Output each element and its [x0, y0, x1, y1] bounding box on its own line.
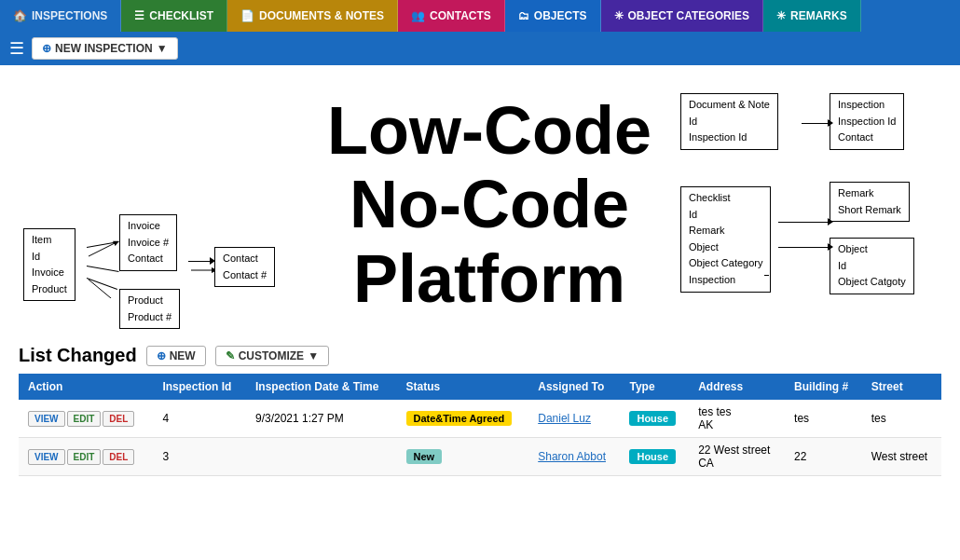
checklist-icon: ☰ [134, 9, 144, 22]
main-content: ItemIdInvoiceProduct InvoiceInvoice #Con… [0, 65, 960, 345]
datetime-cell [246, 438, 397, 476]
object-right-box: ObjectIdObject Catgoty [830, 238, 914, 294]
customize-button[interactable]: ✎ CUSTOMIZE ▼ [215, 346, 329, 366]
del-button[interactable]: DEL [103, 449, 134, 465]
toolbar: ☰ ⊕ NEW INSPECTION ▼ [0, 32, 960, 65]
edit-button[interactable]: EDIT [67, 449, 102, 465]
type-cell: House [620, 438, 689, 476]
contacts-icon: 👥 [411, 9, 425, 22]
inspection-id-cell: 3 [153, 438, 246, 476]
diagram-right: Document & NoteIdInspection Id Inspectio… [680, 84, 941, 307]
status-cell: New [397, 438, 529, 476]
hamburger-icon[interactable]: ☰ [9, 38, 24, 59]
assigned-to-cell: Daniel Luz [528, 400, 620, 438]
documents-icon: 📄 [240, 9, 254, 22]
type-badge: House [629, 449, 676, 464]
action-cell: VIEWEDITDEL [19, 438, 153, 476]
customize-icon: ✎ [226, 349, 235, 362]
address-cell: 22 West streetCA [689, 438, 785, 476]
col-street: Street [862, 374, 941, 400]
type-badge: House [629, 411, 676, 426]
item-box: ItemIdInvoiceProduct [23, 228, 75, 301]
col-date-time: Inspection Date & Time [246, 374, 397, 400]
checklist-right-box: ChecklistIdRemarkObjectObject CategoryIn… [680, 186, 771, 293]
invoice-box: InvoiceInvoice #Contact [119, 214, 177, 271]
new-inspection-button[interactable]: ⊕ NEW INSPECTION ▼ [32, 37, 178, 60]
list-section: List Changed ⊕ NEW ✎ CUSTOMIZE ▼ Action … [0, 345, 960, 495]
col-building: Building # [785, 374, 862, 400]
diagram-left: ItemIdInvoiceProduct InvoiceInvoice #Con… [19, 84, 298, 298]
svg-line-1 [89, 280, 117, 298]
inspections-table: Action Inspection Id Inspection Date & T… [19, 374, 941, 476]
address-cell: tes tesAK [689, 400, 785, 438]
customize-dropdown-icon: ▼ [308, 349, 319, 362]
inspection-right-box: InspectionInspection IdContact [830, 93, 904, 150]
plus-icon: ⊕ [42, 42, 51, 55]
status-badge: Date&Time Agreed [406, 411, 513, 426]
col-inspection-id: Inspection Id [153, 374, 246, 400]
nav-tab-obj-cat[interactable]: ✳ OBJECT CATEGORIES [601, 0, 763, 32]
assigned-to-cell: Sharon Abbot [528, 438, 620, 476]
street-cell: West street [862, 438, 941, 476]
view-button[interactable]: VIEW [28, 449, 65, 465]
inspection-id-cell: 4 [153, 400, 246, 438]
top-navigation: 🏠 INSPECTIONS ☰ CHECKLIST 📄 DOCUMENTS & … [0, 0, 960, 32]
hero-text: Low-Code No-Code Platform [298, 84, 680, 326]
building-cell: 22 [785, 438, 862, 476]
nav-tab-inspections[interactable]: 🏠 INSPECTIONS [0, 0, 121, 32]
product-box: ProductProduct # [119, 289, 180, 329]
nav-tab-objects[interactable]: 🗂 OBJECTS [505, 0, 601, 32]
nav-tab-remarks[interactable]: ✳ REMARKS [763, 0, 861, 32]
action-cell: VIEWEDITDEL [19, 400, 153, 438]
status-badge: New [406, 449, 443, 464]
remark-box: RemarkShort Remark [830, 182, 910, 222]
new-plus-icon: ⊕ [157, 349, 166, 362]
table-row: VIEWEDITDEL3NewSharon AbbotHouse22 West … [19, 438, 941, 476]
dropdown-arrow-icon: ▼ [157, 42, 168, 55]
col-action: Action [19, 374, 153, 400]
nav-tab-checklist[interactable]: ☰ CHECKLIST [121, 0, 227, 32]
col-address: Address [689, 374, 785, 400]
col-assigned-to: Assigned To [528, 374, 620, 400]
col-type: Type [620, 374, 689, 400]
assigned-to-link[interactable]: Daniel Luz [538, 412, 591, 425]
nav-tab-documents[interactable]: 📄 DOCUMENTS & NOTES [227, 0, 398, 32]
col-status: Status [397, 374, 529, 400]
type-cell: House [620, 400, 689, 438]
building-cell: tes [785, 400, 862, 438]
objects-icon: 🗂 [518, 9, 529, 22]
obj-cat-icon: ✳ [614, 9, 624, 22]
assigned-to-link[interactable]: Sharon Abbot [538, 450, 606, 463]
datetime-cell: 9/3/2021 1:27 PM [246, 400, 397, 438]
nav-tab-contacts[interactable]: 👥 CONTACTS [398, 0, 505, 32]
docnote-box: Document & NoteIdInspection Id [680, 93, 778, 150]
remarks-icon: ✳ [776, 9, 786, 22]
inspections-icon: 🏠 [13, 9, 27, 22]
street-cell: tes [862, 400, 941, 438]
table-row: VIEWEDITDEL49/3/2021 1:27 PMDate&Time Ag… [19, 400, 941, 438]
contact-box: ContactContact # [214, 247, 275, 287]
edit-button[interactable]: EDIT [67, 411, 102, 427]
list-title: List Changed [19, 345, 137, 366]
status-cell: Date&Time Agreed [397, 400, 529, 438]
del-button[interactable]: DEL [103, 411, 134, 427]
new-button[interactable]: ⊕ NEW [146, 346, 206, 366]
list-header: List Changed ⊕ NEW ✎ CUSTOMIZE ▼ [19, 345, 941, 366]
view-button[interactable]: VIEW [28, 411, 65, 427]
table-header-row: Action Inspection Id Inspection Date & T… [19, 374, 941, 400]
